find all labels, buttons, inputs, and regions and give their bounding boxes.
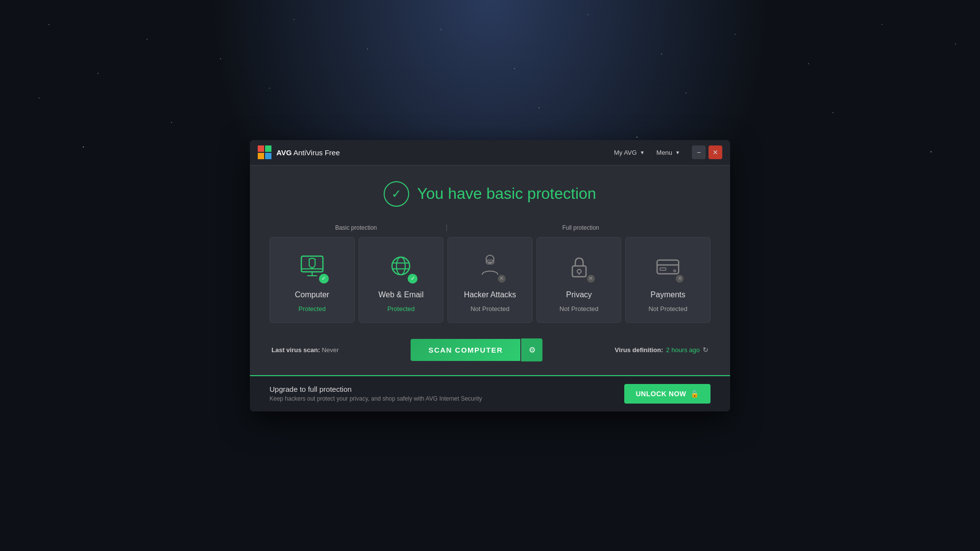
cards-container: ✓ Computer Protected ✓ Web & Email xyxy=(270,237,710,323)
upgrade-title: Upgrade to full protection xyxy=(270,385,482,393)
hacker-attacks-card[interactable]: ✕ Hacker Attacks Not Protected xyxy=(447,237,533,323)
web-email-card[interactable]: ✓ Web & Email Protected xyxy=(359,237,444,323)
svg-rect-20 xyxy=(660,268,666,270)
scan-button-container: SCAN COMPUTER ⚙ xyxy=(411,338,542,361)
lock-icon: 🔒 xyxy=(690,390,699,398)
svg-point-8 xyxy=(392,257,410,275)
web-email-icon: ✓ xyxy=(383,249,418,285)
privacy-icon: ✕ xyxy=(562,249,597,285)
refresh-button[interactable]: ↻ xyxy=(703,346,709,354)
svg-point-21 xyxy=(674,270,676,272)
svg-rect-0 xyxy=(258,145,264,152)
privacy-card-name: Privacy xyxy=(566,290,591,299)
hacker-attacks-icon: ✕ xyxy=(472,249,508,285)
chevron-down-icon: ▼ xyxy=(640,150,645,155)
checkmark-icon: ✓ xyxy=(392,187,401,201)
minimize-button[interactable]: − xyxy=(692,145,706,159)
svg-point-16 xyxy=(577,269,581,273)
my-avg-button[interactable]: My AVG ▼ xyxy=(610,147,649,158)
last-scan-value: Never xyxy=(322,346,339,354)
refresh-icon: ↻ xyxy=(703,346,709,354)
basic-protection-label: Basic protection xyxy=(270,224,447,231)
status-circle: ✓ xyxy=(384,181,409,207)
gear-icon: ⚙ xyxy=(529,345,536,355)
svg-rect-15 xyxy=(572,266,586,277)
protection-title: You have basic protection xyxy=(417,185,596,203)
web-email-card-status: Protected xyxy=(388,305,415,312)
scan-settings-button[interactable]: ⚙ xyxy=(521,338,542,361)
chevron-down-icon: ▼ xyxy=(675,150,680,155)
payments-card[interactable]: ✕ Payments Not Protected xyxy=(625,237,710,323)
virus-def-label: Virus definition: xyxy=(615,346,663,354)
hacker-attacks-card-status: Not Protected xyxy=(470,305,510,312)
close-button[interactable]: ✕ xyxy=(709,145,722,159)
full-protection-label: Full protection xyxy=(447,224,710,231)
avg-logo xyxy=(258,145,271,159)
unlock-label: UNLOCK NOW xyxy=(636,390,686,398)
payments-card-name: Payments xyxy=(651,290,686,299)
unlock-now-button[interactable]: UNLOCK NOW 🔒 xyxy=(624,384,711,404)
protection-header: ✓ You have basic protection xyxy=(270,181,710,207)
privacy-card[interactable]: ✕ Privacy Not Protected xyxy=(537,237,622,323)
computer-badge: ✓ xyxy=(319,274,329,284)
scan-computer-button[interactable]: SCAN COMPUTER xyxy=(411,339,520,361)
titlebar-left: AVG AntiVirus Free xyxy=(258,145,340,159)
web-email-card-name: Web & Email xyxy=(378,290,423,299)
virus-def-time: 2 hours ago xyxy=(666,346,700,354)
app-title: AVG AntiVirus Free xyxy=(276,148,340,157)
computer-icon: ✓ xyxy=(294,249,330,285)
titlebar: AVG AntiVirus Free My AVG ▼ Menu ▼ − ✕ xyxy=(250,140,730,166)
window-controls: − ✕ xyxy=(692,145,722,159)
bottom-bar: Last virus scan: Never SCAN COMPUTER ⚙ V… xyxy=(270,338,710,361)
upgrade-footer: Upgrade to full protection Keep hackers … xyxy=(250,375,730,411)
privacy-badge: ✕ xyxy=(586,274,596,284)
payments-icon: ✕ xyxy=(650,249,686,285)
main-content: ✓ You have basic protection Basic protec… xyxy=(250,166,730,375)
payments-card-status: Not Protected xyxy=(648,305,687,312)
scan-info: Last virus scan: Never xyxy=(271,346,339,354)
svg-point-9 xyxy=(396,257,405,275)
titlebar-right: My AVG ▼ Menu ▼ − ✕ xyxy=(610,145,722,159)
hacker-attacks-badge: ✕ xyxy=(497,274,507,284)
computer-card[interactable]: ✓ Computer Protected xyxy=(270,237,355,323)
computer-card-name: Computer xyxy=(295,290,329,299)
computer-card-status: Protected xyxy=(298,305,326,312)
payments-badge: ✕ xyxy=(675,274,685,284)
upgrade-text: Upgrade to full protection Keep hackers … xyxy=(270,385,482,402)
hacker-attacks-card-name: Hacker Attacks xyxy=(464,290,516,299)
svg-rect-2 xyxy=(258,153,264,159)
virus-definition: Virus definition: 2 hours ago ↻ xyxy=(615,346,709,354)
last-scan-label: Last virus scan: xyxy=(271,346,320,354)
menu-button[interactable]: Menu ▼ xyxy=(653,147,684,158)
svg-rect-1 xyxy=(265,145,271,152)
upgrade-description: Keep hackers out protect your privacy, a… xyxy=(270,395,482,402)
web-email-badge: ✓ xyxy=(408,274,417,284)
privacy-card-status: Not Protected xyxy=(560,305,599,312)
svg-rect-3 xyxy=(265,153,271,159)
app-window: AVG AntiVirus Free My AVG ▼ Menu ▼ − ✕ ✓ xyxy=(250,140,730,411)
